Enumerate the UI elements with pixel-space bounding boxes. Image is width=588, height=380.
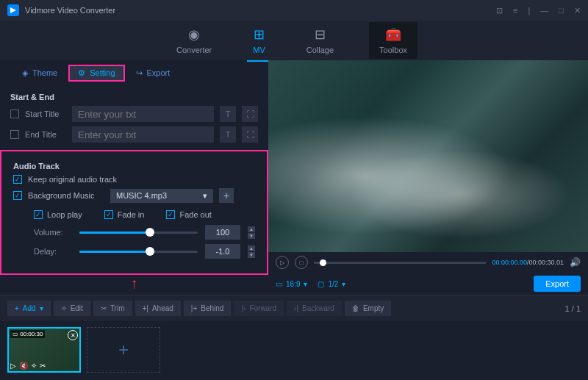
volume-value[interactable]: 100 — [205, 225, 240, 240]
left-panel: ◈ Theme ⚙ Setting ↪ Export Start & End ✓… — [0, 60, 268, 295]
fadeout-checkbox[interactable]: ✓ — [166, 210, 175, 219]
add-music-button[interactable]: + — [219, 188, 234, 203]
fade-out-option[interactable]: ✓ Fade out — [166, 210, 211, 219]
tab-toolbox[interactable]: 🧰 Toolbox — [369, 22, 417, 59]
volume-icon[interactable]: 🔊 — [570, 257, 581, 268]
preview-size-dropdown[interactable]: ▢ 1/2 ▾ — [318, 280, 345, 288]
video-preview[interactable] — [268, 60, 588, 252]
section-title: Start & End — [10, 93, 258, 101]
menu-icon[interactable]: ≡ — [513, 6, 517, 15]
section-title: Audio Track — [13, 162, 255, 171]
delay-spinner: ▲ ▼ — [248, 245, 255, 258]
player-controls: ▷ □ 00:00:00.00/00:00:30.01 🔊 — [268, 252, 588, 273]
clip-mute-icon[interactable]: 🔇 — [19, 362, 28, 370]
delay-value[interactable]: -1.0 — [205, 244, 240, 259]
stop-button[interactable]: □ — [295, 256, 308, 269]
edit-button[interactable]: ✧Edit — [54, 301, 90, 316]
loop-play-option[interactable]: ✓ Loop play — [34, 210, 82, 219]
minimize-icon[interactable]: — — [540, 6, 548, 15]
add-button[interactable]: + Add ▾ — [7, 301, 51, 316]
play-button[interactable]: ▷ — [276, 256, 289, 269]
end-title-checkbox[interactable]: ✓ — [10, 130, 19, 139]
page-total: 1 — [576, 304, 581, 313]
clip-play-icon[interactable]: ▷ — [10, 362, 16, 370]
tab-label: Collage — [306, 46, 334, 54]
delay-row: Delay: -1.0 ▲ ▼ — [34, 244, 255, 259]
bg-music-label: Background Music — [28, 191, 104, 200]
spinner-up[interactable]: ▲ — [248, 245, 255, 251]
ahead-button[interactable]: +|Ahead — [135, 301, 181, 316]
btn-label: Edit — [71, 304, 83, 312]
start-title-input[interactable] — [72, 106, 214, 122]
page-indicator: 1 / 1 — [565, 304, 581, 313]
trim-button[interactable]: ✂Trim — [93, 301, 132, 316]
right-panel: ▷ □ 00:00:00.00/00:00:30.01 🔊 ▭ 16:9 ▾ ▢… — [268, 60, 588, 295]
gear-icon: ⚙ — [78, 68, 85, 78]
feedback-icon[interactable]: ⊡ — [496, 6, 503, 15]
spinner-down[interactable]: ▼ — [248, 233, 255, 239]
tab-label: MV — [253, 46, 265, 54]
empty-button[interactable]: 🗑Empty — [345, 301, 391, 316]
option-label: Fade out — [179, 210, 211, 219]
collage-icon: ⊟ — [315, 26, 326, 43]
spinner-down[interactable]: ▼ — [248, 252, 255, 258]
aspect-ratio-dropdown[interactable]: ▭ 16:9 ▾ — [276, 280, 307, 288]
end-title-input[interactable] — [72, 126, 214, 143]
spinner-up[interactable]: ▲ — [248, 226, 255, 232]
export-button[interactable]: Export — [534, 276, 581, 292]
maximize-icon[interactable]: □ — [559, 6, 564, 15]
preview-value: 1/2 — [328, 280, 338, 288]
annotation-arrow: ↑ — [0, 275, 268, 292]
clip-edit-icon[interactable]: ✧ — [31, 362, 37, 370]
bg-music-checkbox[interactable]: ✓ — [13, 191, 22, 200]
btn-label: Trim — [110, 304, 125, 312]
fade-in-option[interactable]: ✓ Fade in — [104, 210, 145, 219]
btn-label: Ahead — [152, 304, 173, 312]
btn-label: Forward — [249, 304, 276, 312]
keep-original-label: Keep original audio track — [28, 175, 117, 184]
progress-bar[interactable] — [314, 262, 486, 264]
delay-slider[interactable] — [79, 245, 198, 257]
tab-label: Converter — [176, 46, 212, 54]
current-time: 00:00:00.00 — [492, 259, 527, 266]
time-display: 00:00:00.00/00:00:30.01 — [492, 259, 564, 266]
subtab-theme[interactable]: ◈ Theme — [13, 65, 66, 81]
clip-item[interactable]: ▭ 00:00:30 ✕ ▷ 🔇 ✧ ✂ — [7, 327, 81, 373]
clip-duration: ▭ 00:00:30 — [10, 330, 45, 338]
aspect-icon: ▭ — [276, 280, 282, 288]
progress-thumb[interactable] — [320, 259, 326, 266]
playback-options: ✓ Loop play ✓ Fade in ✓ Fade out — [34, 210, 255, 219]
tab-collage[interactable]: ⊟ Collage — [301, 24, 340, 57]
volume-row: Volume: 100 ▲ ▼ — [34, 225, 255, 240]
close-icon[interactable]: ✕ — [574, 6, 581, 15]
toolbox-icon: 🧰 — [385, 26, 401, 43]
expand-button[interactable]: ⛶ — [242, 126, 258, 143]
clip-remove-button[interactable]: ✕ — [68, 330, 78, 340]
forward-button[interactable]: |‹Forward — [234, 301, 284, 316]
text-style-button[interactable]: T — [220, 106, 236, 122]
volume-slider[interactable] — [79, 226, 198, 238]
add-clip-button[interactable]: + — [87, 327, 160, 373]
sub-tabs: ◈ Theme ⚙ Setting ↪ Export — [0, 60, 268, 85]
chevron-down-icon: ▾ — [304, 280, 307, 288]
loop-checkbox[interactable]: ✓ — [34, 210, 43, 219]
tab-converter[interactable]: ◉ Converter — [171, 24, 218, 57]
subtab-setting[interactable]: ⚙ Setting — [69, 65, 123, 81]
subtab-export[interactable]: ↪ Export — [127, 65, 179, 81]
scissors-icon: ✂ — [101, 304, 107, 312]
delay-label: Delay: — [34, 247, 72, 256]
page-current: 1 — [565, 304, 570, 313]
fadein-checkbox[interactable]: ✓ — [104, 210, 113, 219]
text-style-button[interactable]: T — [220, 126, 236, 143]
btn-label: Behind — [201, 304, 223, 312]
clip-trim-icon[interactable]: ✂ — [40, 362, 46, 370]
expand-button[interactable]: ⛶ — [242, 106, 258, 122]
btn-label: Backward — [302, 304, 334, 312]
music-file-dropdown[interactable]: MUSIC 4.mp3 ▾ — [110, 189, 213, 203]
keep-original-checkbox[interactable]: ✓ — [13, 175, 22, 184]
behind-button[interactable]: |+Behind — [184, 301, 232, 316]
tab-mv[interactable]: ⊞ MV — [247, 24, 271, 57]
theme-icon: ◈ — [22, 68, 28, 78]
backward-button[interactable]: ›|Backward — [287, 301, 342, 316]
start-title-checkbox[interactable]: ✓ — [10, 110, 19, 118]
